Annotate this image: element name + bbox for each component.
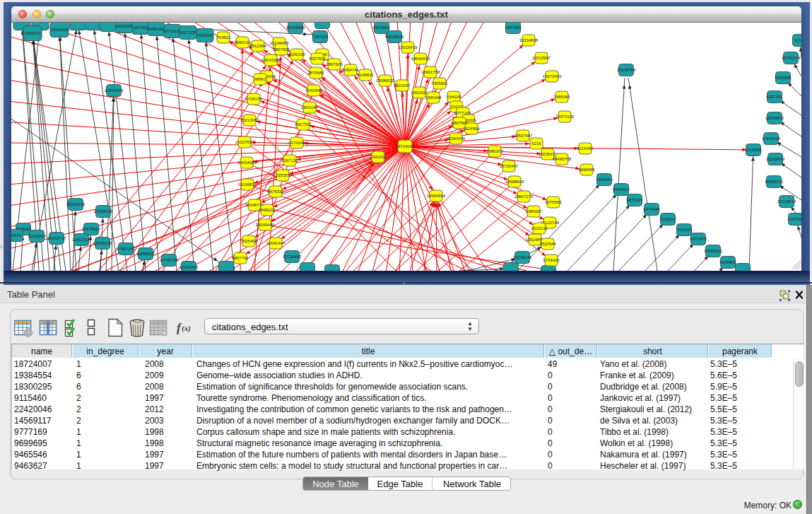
svg-text:9245652: 9245652 (719, 260, 736, 264)
svg-text:12444194: 12444194 (762, 136, 781, 141)
svg-text:15720407: 15720407 (500, 164, 519, 168)
svg-text:8186328: 8186328 (288, 52, 305, 57)
svg-text:15692971: 15692971 (765, 180, 784, 184)
svg-text:12213382: 12213382 (240, 118, 259, 122)
svg-text:18640910: 18640910 (411, 57, 430, 61)
svg-text:10154808: 10154808 (519, 38, 539, 42)
svg-text:12323446: 12323446 (180, 265, 199, 269)
svg-text:2522544: 2522544 (539, 242, 556, 246)
svg-text:15588520: 15588520 (376, 78, 395, 83)
svg-text:763822: 763822 (216, 35, 231, 40)
svg-text:11125: 11125 (794, 38, 801, 42)
svg-text:11451914: 11451914 (72, 238, 91, 242)
svg-text:17957253: 17957253 (117, 247, 136, 251)
svg-text:16210643: 16210643 (766, 157, 785, 161)
svg-text:10958107: 10958107 (136, 252, 155, 256)
svg-text:19218506: 19218506 (385, 35, 404, 39)
svg-text:(x): (x) (182, 324, 191, 333)
svg-text:1615132: 1615132 (531, 226, 548, 230)
svg-text:9327503: 9327503 (309, 57, 326, 61)
svg-text:8822037: 8822037 (394, 83, 411, 88)
svg-text:7485063: 7485063 (553, 95, 570, 99)
svg-text:2935114: 2935114 (660, 217, 677, 221)
svg-text:1300203: 1300203 (370, 155, 387, 159)
svg-text:12353594: 12353594 (273, 173, 293, 177)
svg-text:9699695: 9699695 (578, 168, 595, 172)
svg-text:18724007: 18724007 (396, 144, 415, 148)
svg-text:3084067: 3084067 (525, 209, 542, 214)
svg-text:17016514: 17016514 (777, 199, 796, 204)
svg-text:16099489: 16099489 (256, 223, 275, 227)
svg-text:9242848: 9242848 (305, 88, 322, 93)
svg-text:8427552: 8427552 (295, 122, 312, 127)
svg-text:7632621: 7632621 (676, 228, 693, 232)
svg-text:1990448: 1990448 (425, 95, 442, 100)
svg-text:15716485: 15716485 (283, 255, 302, 259)
svg-text:9227341: 9227341 (766, 95, 783, 99)
svg-text:8813054: 8813054 (373, 25, 390, 30)
svg-text:19384554: 19384554 (427, 194, 446, 198)
svg-text:16091447: 16091447 (266, 241, 286, 245)
svg-text:16782759: 16782759 (160, 258, 179, 262)
svg-text:1167533: 1167533 (788, 217, 801, 221)
svg-text:16961758: 16961758 (421, 70, 440, 74)
svg-text:10975867: 10975867 (82, 227, 101, 231)
svg-text:6879197: 6879197 (626, 198, 643, 202)
svg-text:9474444: 9474444 (643, 207, 660, 211)
svg-text:10654112: 10654112 (704, 249, 723, 253)
svg-text:1640954: 1640954 (596, 177, 613, 182)
svg-text:1562615: 1562615 (411, 90, 428, 95)
svg-text:8660123: 8660123 (234, 40, 251, 45)
svg-text:9329966: 9329966 (775, 76, 792, 80)
svg-text:20091406: 20091406 (50, 28, 69, 32)
svg-text:7357224: 7357224 (312, 35, 329, 39)
svg-text:16033809: 16033809 (286, 25, 305, 30)
svg-text:3267130: 3267130 (281, 158, 298, 163)
svg-text:8912954: 8912954 (249, 44, 266, 48)
svg-text:18807279: 18807279 (514, 194, 534, 199)
svg-text:9827503: 9827503 (273, 47, 290, 52)
svg-text:7955812: 7955812 (431, 81, 448, 86)
svg-text:20364436: 20364436 (447, 136, 466, 141)
svg-text:7986372: 7986372 (486, 149, 503, 153)
svg-text:14495758: 14495758 (553, 157, 572, 161)
svg-text:10507487: 10507487 (514, 134, 533, 138)
svg-text:3875685: 3875685 (307, 71, 324, 75)
svg-text:3215955: 3215955 (745, 148, 762, 152)
svg-text:12093872: 12093872 (765, 116, 784, 120)
svg-text:8471676: 8471676 (690, 237, 707, 241)
svg-text:9698222: 9698222 (259, 208, 276, 212)
svg-text:2803144: 2803144 (301, 105, 318, 110)
svg-text:10653287: 10653287 (115, 24, 134, 28)
svg-text:20053346: 20053346 (105, 88, 124, 93)
svg-text:19654985: 19654985 (237, 160, 257, 165)
svg-text:13325419: 13325419 (399, 45, 418, 49)
svg-text:9857791: 9857791 (232, 256, 249, 260)
svg-text:1624554: 1624554 (463, 127, 480, 131)
svg-text:194028: 194028 (447, 95, 461, 99)
svg-text:9115460: 9115460 (577, 146, 594, 151)
svg-text:9075692: 9075692 (545, 200, 562, 204)
svg-text:1405572: 1405572 (24, 31, 41, 35)
svg-text:8454749: 8454749 (342, 68, 359, 72)
svg-text:7515526: 7515526 (196, 33, 213, 37)
svg-text:17359934: 17359934 (94, 209, 113, 214)
svg-text:10107552: 10107552 (235, 140, 254, 144)
svg-text:8678332: 8678332 (267, 189, 284, 194)
svg-text:98961: 98961 (254, 77, 266, 81)
svg-text:16671355: 16671355 (179, 30, 198, 35)
svg-text:10025433: 10025433 (539, 152, 558, 156)
svg-text:39154: 39154 (11, 233, 22, 238)
svg-text:10973493: 10973493 (543, 74, 562, 78)
svg-text:2718176: 2718176 (245, 97, 262, 101)
svg-text:2867608: 2867608 (326, 62, 343, 66)
svg-text:12505135: 12505135 (93, 241, 112, 245)
svg-text:2987682: 2987682 (505, 25, 522, 30)
svg-text:16648784: 16648784 (617, 68, 636, 72)
svg-text:20206536: 20206536 (66, 202, 86, 206)
svg-text:10688609: 10688609 (505, 180, 524, 184)
svg-text:12213967: 12213967 (532, 56, 551, 60)
svg-text:8938923: 8938923 (613, 187, 630, 192)
svg-text:7625402: 7625402 (240, 239, 257, 243)
svg-text:12973115: 12973115 (555, 115, 575, 119)
